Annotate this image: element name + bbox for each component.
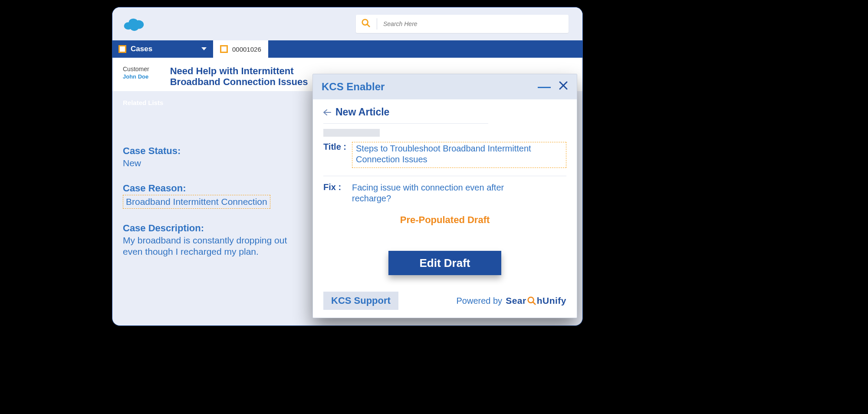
article-fix-label: Fix : — [323, 182, 349, 192]
case-tab-icon — [220, 45, 228, 53]
svg-line-5 — [367, 24, 370, 27]
app-header — [112, 7, 582, 40]
customer-block: Customer John Doe — [123, 66, 149, 88]
back-arrow-icon[interactable] — [323, 106, 331, 118]
case-reason-value: Broadband Intermittent Connection — [123, 195, 270, 209]
kcs-footer: KCS Support Powered by Sear hUnify — [313, 290, 577, 318]
customer-label: Customer — [123, 66, 149, 72]
case-tab-number: 00001026 — [232, 46, 261, 53]
placeholder-block — [323, 129, 380, 137]
article-title-value[interactable]: Steps to Troubleshoot Broadband Intermit… — [352, 142, 566, 168]
article-title-row: Title : Steps to Troubleshoot Broadband … — [323, 142, 566, 168]
customer-name[interactable]: John Doe — [123, 73, 149, 80]
prepopulated-draft-label: Pre-Populated Draft — [323, 214, 566, 226]
kcs-panel-header: KCS Enabler — — [313, 74, 577, 99]
divider — [323, 176, 566, 176]
nav-bar: Cases 00001026 — [112, 40, 582, 58]
article-fix-row: Fix : Facing issue with connection even … — [323, 182, 566, 204]
case-status-value: New — [123, 158, 305, 169]
search-input[interactable] — [383, 20, 563, 27]
search-icon — [361, 18, 371, 30]
kcs-panel-title: KCS Enabler — [322, 81, 385, 93]
searchunify-icon — [527, 296, 536, 306]
case-title: Need Help with Intermittent Broadband Co… — [170, 66, 318, 88]
edit-draft-button[interactable]: Edit Draft — [388, 251, 501, 275]
case-tab[interactable]: 00001026 — [213, 40, 268, 58]
new-article-label: New Article — [335, 106, 389, 118]
svg-line-9 — [533, 302, 535, 305]
nav-cases-label: Cases — [131, 45, 152, 53]
salesforce-cloud-icon — [123, 16, 145, 31]
powered-by: Powered by Sear hUnify — [457, 296, 567, 306]
nav-cases-dropdown[interactable]: Cases — [112, 40, 213, 58]
divider — [323, 123, 488, 124]
svg-point-3 — [130, 23, 139, 31]
kcs-enabler-panel: KCS Enabler — New Article — [312, 74, 577, 318]
close-icon[interactable] — [559, 81, 568, 93]
new-article-heading[interactable]: New Article — [323, 106, 566, 122]
case-description-value: My broadband is constantly dropping out … — [123, 235, 305, 258]
global-search[interactable] — [356, 15, 569, 33]
cases-icon — [118, 45, 126, 53]
chevron-down-icon — [201, 45, 207, 53]
article-title-label: Title : — [323, 142, 349, 152]
separator — [377, 18, 377, 30]
searchunify-logo: Sear hUnify — [506, 296, 566, 306]
article-fix-value: Facing issue with connection even after … — [352, 182, 517, 204]
powered-by-label: Powered by — [457, 296, 503, 306]
kcs-support-button[interactable]: KCS Support — [323, 292, 398, 310]
